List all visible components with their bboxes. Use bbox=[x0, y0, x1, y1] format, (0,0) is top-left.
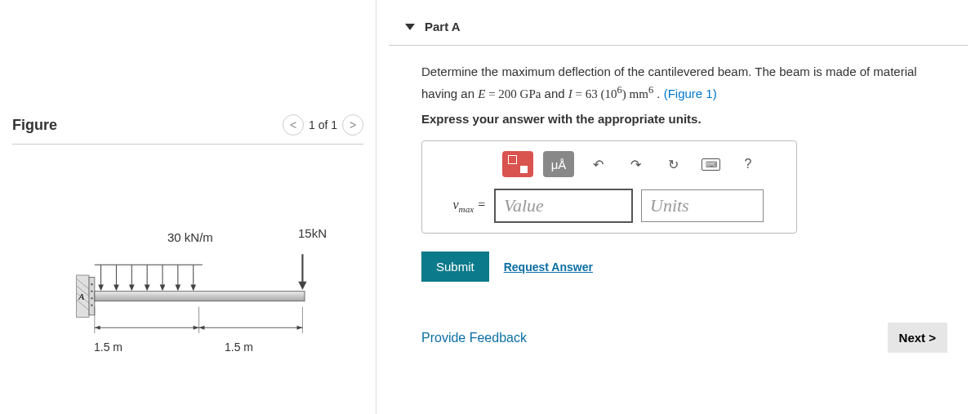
part-header[interactable]: Part A bbox=[389, 8, 968, 46]
provide-feedback-link[interactable]: Provide Feedback bbox=[421, 331, 527, 345]
units-input[interactable]: Units bbox=[641, 189, 764, 222]
figure-link[interactable]: (Figure 1) bbox=[664, 87, 717, 100]
figure-title: Figure bbox=[12, 117, 57, 134]
next-button[interactable]: Next > bbox=[888, 323, 947, 353]
submit-button[interactable]: Submit bbox=[421, 252, 489, 282]
svg-marker-23 bbox=[176, 285, 180, 290]
svg-text:A: A bbox=[78, 292, 84, 301]
distributed-load-label: 30 kN/m bbox=[167, 230, 213, 244]
beam-svg: A bbox=[45, 251, 339, 349]
caret-down-icon bbox=[405, 24, 415, 30]
variable-label: vmax = bbox=[437, 198, 486, 214]
request-answer-link[interactable]: Request Answer bbox=[504, 260, 593, 274]
reset-icon[interactable]: ↻ bbox=[659, 152, 687, 176]
svg-point-8 bbox=[91, 297, 93, 300]
svg-marker-25 bbox=[191, 285, 195, 290]
answer-box: μÅ ↶ ↷ ↻ ⌨ ? vmax = Value Units bbox=[421, 140, 797, 234]
pager-prev-button[interactable]: < bbox=[283, 114, 304, 136]
svg-marker-27 bbox=[298, 282, 306, 290]
svg-marker-15 bbox=[114, 285, 118, 290]
figure-header: Figure < 1 of 1 > bbox=[12, 114, 363, 145]
part-title: Part A bbox=[425, 20, 461, 33]
templates-icon[interactable] bbox=[502, 151, 533, 177]
point-load-label: 15kN bbox=[298, 226, 327, 240]
svg-marker-33 bbox=[194, 326, 199, 330]
svg-marker-36 bbox=[297, 326, 303, 330]
svg-marker-13 bbox=[99, 285, 103, 290]
value-input[interactable]: Value bbox=[494, 189, 633, 223]
svg-marker-21 bbox=[160, 285, 164, 290]
help-icon[interactable]: ? bbox=[734, 152, 762, 176]
figure-diagram: 30 kN/m 15kN bbox=[12, 218, 363, 381]
svg-point-7 bbox=[91, 290, 93, 292]
svg-rect-10 bbox=[95, 292, 305, 301]
svg-marker-17 bbox=[130, 285, 134, 290]
pager-next-button[interactable]: > bbox=[342, 114, 363, 136]
svg-marker-19 bbox=[145, 285, 149, 290]
symbols-icon[interactable]: μÅ bbox=[543, 151, 574, 177]
dim-right-label: 1.5 m bbox=[225, 341, 253, 354]
redo-icon[interactable]: ↷ bbox=[621, 152, 649, 176]
pager-text: 1 of 1 bbox=[309, 118, 337, 131]
undo-icon[interactable]: ↶ bbox=[584, 152, 612, 176]
svg-marker-32 bbox=[95, 326, 100, 330]
instruction-text: Express your answer with the appropriate… bbox=[421, 112, 951, 126]
dim-left-label: 1.5 m bbox=[94, 341, 122, 354]
figure-pager: < 1 of 1 > bbox=[283, 114, 363, 136]
answer-toolbar: μÅ ↶ ↷ ↻ ⌨ ? bbox=[502, 151, 782, 177]
svg-marker-35 bbox=[199, 326, 205, 330]
keyboard-icon[interactable]: ⌨ bbox=[697, 152, 724, 176]
svg-point-6 bbox=[91, 283, 93, 286]
svg-rect-5 bbox=[89, 278, 95, 315]
problem-text: Determine the maximum deflection of the … bbox=[421, 62, 951, 104]
svg-point-9 bbox=[91, 305, 93, 307]
